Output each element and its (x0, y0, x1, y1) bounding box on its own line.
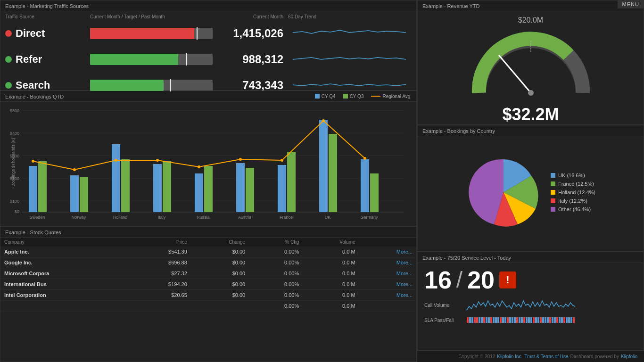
svg-rect-35 (361, 159, 369, 212)
stock-more[interactable]: More... (359, 279, 416, 290)
svg-rect-58 (486, 317, 487, 323)
svg-rect-85 (549, 317, 551, 323)
svg-rect-69 (512, 317, 513, 323)
svg-rect-52 (471, 317, 473, 323)
stock-change: $0.00 (191, 247, 249, 257)
stock-pct: 0.00% (249, 290, 303, 301)
svg-rect-63 (497, 317, 499, 323)
svg-rect-76 (528, 317, 530, 323)
col-price: Price (127, 238, 191, 247)
svg-rect-75 (526, 317, 528, 323)
pie-legend-other: Other (46.4%) (551, 206, 595, 212)
pie-legend-france: France (12.5%) (551, 181, 595, 187)
service-current: 16 (424, 268, 452, 292)
col-source: Traffic Source (5, 14, 90, 19)
svg-point-41 (156, 159, 159, 162)
stock-volume: 0.0 M (303, 290, 359, 301)
svg-rect-83 (545, 317, 546, 323)
service-content: 16 / 20 ! Call Volume SLA Pass/Fail (418, 263, 644, 331)
stock-more[interactable]: More... (359, 290, 416, 301)
menu-button[interactable]: MENU (618, 0, 644, 8)
svg-point-38 (32, 160, 34, 163)
service-numbers: 16 / 20 ! (424, 268, 637, 292)
col-volume: Volume (303, 238, 359, 247)
svg-rect-72 (519, 317, 520, 323)
sla-label: SLA Pass/Fail (424, 318, 462, 323)
stock-volume: 0.0 M (303, 279, 359, 290)
svg-rect-33 (329, 134, 337, 212)
svg-rect-36 (370, 173, 379, 212)
footer-company[interactable]: Klipfolio Inc. (497, 354, 522, 359)
bar-sweden-q3 (38, 161, 47, 212)
svg-text:France: France (280, 215, 293, 220)
sparkline-refer (288, 49, 412, 69)
traffic-label-search: Search (5, 79, 90, 91)
stock-company: Intel Corporation (0, 290, 127, 301)
col-company: Company (0, 238, 127, 247)
country-panel-title: Example - Bookings by Country (418, 125, 644, 136)
svg-rect-71 (516, 317, 518, 323)
svg-text:Norway: Norway (72, 215, 86, 220)
stock-row-0: Apple Inc. $541.39 $0.00 0.00% 0.0 M Mor… (0, 247, 416, 257)
svg-rect-88 (556, 317, 558, 323)
svg-rect-78 (533, 317, 535, 323)
stock-company: Apple Inc. (0, 247, 127, 257)
sparkline-direct (288, 23, 412, 43)
stock-company: Google Inc. (0, 257, 127, 268)
legend-q3-label: CY Q3 (350, 94, 364, 99)
stock-price: $20.65 (127, 290, 191, 301)
dot-search (5, 82, 12, 89)
svg-rect-55 (479, 317, 480, 323)
svg-line-48 (499, 55, 531, 93)
svg-rect-60 (490, 317, 492, 323)
legend-q3-box (343, 94, 348, 99)
stock-row-4: Intel Corporation $20.65 $0.00 0.00% 0.0… (0, 290, 416, 301)
col-trend: 60 Day Trend (288, 14, 412, 19)
stock-more[interactable]: More... (359, 268, 416, 279)
gauge-target: $20.0M (518, 16, 543, 25)
svg-rect-86 (552, 317, 553, 323)
stock-more[interactable] (359, 301, 416, 312)
legend-q4-box (315, 94, 320, 99)
svg-rect-26 (236, 163, 245, 212)
svg-rect-18 (121, 159, 130, 212)
svg-rect-95 (573, 317, 575, 323)
stock-volume: 0.0 M (303, 301, 359, 312)
svg-point-46 (363, 157, 366, 160)
svg-rect-62 (495, 317, 497, 323)
svg-rect-17 (112, 144, 120, 212)
traffic-table: Traffic Source Current Month / Target / … (0, 11, 416, 100)
svg-point-43 (239, 158, 242, 161)
pie-legend-uk: UK (16.6%) (551, 173, 595, 178)
gauge-container: $20.0M $32.2M (418, 11, 644, 127)
svg-rect-15 (80, 177, 88, 212)
footer-trust[interactable]: Trust & Terms of Use (524, 354, 568, 359)
stock-more[interactable]: More... (359, 247, 416, 257)
revenue-panel-title: Example - Revenue YTD (418, 0, 644, 11)
svg-rect-56 (481, 317, 483, 323)
country-panel: Example - Bookings by Country (417, 125, 644, 252)
service-target: 20 (467, 268, 495, 292)
bookings-chart: $500 $400 $300 $200 $100 $0 Bookings $Th… (0, 102, 416, 219)
stock-more[interactable]: More... (359, 257, 416, 268)
legend-q3: CY Q3 (343, 94, 364, 99)
svg-rect-50 (467, 317, 469, 323)
svg-rect-81 (540, 317, 542, 323)
revenue-panel: Example - Revenue YTD $20.0M (417, 0, 644, 125)
pie-legend-holland: Holland (12.4%) (551, 189, 595, 195)
svg-rect-51 (469, 317, 471, 323)
service-alert: ! (499, 272, 516, 288)
bar-sweden-q4 (29, 166, 37, 212)
svg-rect-54 (476, 317, 478, 323)
footer-brand[interactable]: Klipfolio (621, 354, 637, 359)
stocks-table: Company Price Change % Chg Volume Apple … (0, 238, 416, 312)
stocks-panel-title: Example - Stock Quotes (0, 227, 416, 238)
traffic-panel: Example - Marketing Traffic Sources Traf… (0, 0, 417, 90)
svg-text:Italy: Italy (158, 215, 166, 220)
traffic-row-refer: Refer 988,312 (0, 46, 416, 72)
bar-direct (90, 28, 231, 39)
traffic-label-direct: Direct (5, 27, 90, 40)
pie-legend: UK (16.6%) France (12.5%) Holland (12.4%… (551, 173, 595, 212)
svg-text:$100: $100 (10, 199, 19, 204)
svg-rect-73 (521, 317, 523, 323)
